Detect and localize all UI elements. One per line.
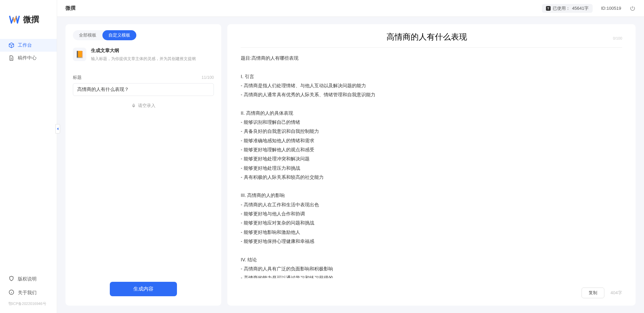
tab-all-templates[interactable]: 全部模板: [73, 30, 102, 40]
title-char-count: 11/100: [201, 75, 214, 80]
nav-label: 稿件中心: [18, 55, 37, 61]
sidebar-bottom: 版权说明 关于我们 鄂ICP备2022016946号: [0, 269, 57, 313]
copy-button[interactable]: 复制: [582, 288, 604, 298]
page-title: 微撰: [65, 5, 76, 11]
logo[interactable]: 微撰: [0, 0, 57, 36]
main: 微撰 T 已使用：45641字 ID:100519 全部模板 自定义模板 📙: [57, 0, 644, 313]
shield-icon: [8, 275, 14, 282]
nav-label: 工作台: [18, 42, 32, 48]
usage-badge[interactable]: T 已使用：45641字: [542, 4, 593, 13]
doc-icon: [8, 55, 14, 61]
template-icon: 📙: [73, 48, 86, 61]
chevron-left-icon: [56, 127, 59, 131]
output-title: 高情商的人有什么表现: [241, 32, 613, 42]
nav-item-drafts[interactable]: 稿件中心: [0, 52, 57, 64]
nav: 工作台 稿件中心: [0, 36, 57, 269]
word-count: 404字: [610, 290, 622, 296]
panel-left: 全部模板 自定义模板 📙 生成文章大纲 输入标题，为你提供文章主体的灵感，并为其…: [65, 24, 221, 306]
output-top-count: 0/100: [613, 36, 622, 40]
footer-label: 版权说明: [18, 276, 37, 282]
template-card: 📙 生成文章大纲 输入标题，为你提供文章主体的灵感，并为其创建推文提纲: [73, 46, 214, 68]
user-id: ID:100519: [601, 6, 621, 11]
panel-right: 高情商的人有什么表现 0/100 题目:高情商的人有哪些表现 I. 引言 - 高…: [227, 24, 636, 306]
footer-about[interactable]: 关于我们: [0, 286, 57, 300]
footer-label: 关于我们: [18, 290, 37, 296]
cube-icon: [8, 42, 14, 48]
topbar-right: T 已使用：45641字 ID:100519: [542, 4, 636, 13]
title-label: 标题: [73, 74, 82, 81]
text-icon: T: [546, 6, 551, 11]
generate-button[interactable]: 生成内容: [110, 282, 177, 296]
info-icon: [8, 289, 14, 296]
svg-rect-3: [133, 104, 134, 106]
icp-text: 鄂ICP备2022016946号: [0, 300, 57, 310]
topbar: 微撰 T 已使用：45641字 ID:100519: [57, 0, 644, 17]
voice-input[interactable]: 请空录入: [73, 103, 214, 109]
sidebar-collapse-handle[interactable]: [55, 124, 60, 134]
logo-icon: [8, 13, 20, 25]
content: 全部模板 自定义模板 📙 生成文章大纲 输入标题，为你提供文章主体的灵感，并为其…: [57, 17, 644, 313]
nav-item-workbench[interactable]: 工作台: [0, 39, 57, 52]
usage-label: 已使用：: [553, 5, 570, 11]
mic-icon: [131, 103, 136, 108]
output-header: 高情商的人有什么表现 0/100: [241, 32, 622, 48]
logo-text: 微撰: [23, 14, 39, 25]
footer-copyright[interactable]: 版权说明: [0, 272, 57, 286]
tabs: 全部模板 自定义模板: [73, 30, 136, 40]
usage-value: 45641字: [572, 5, 589, 11]
template-title: 生成文章大纲: [91, 48, 214, 54]
sidebar: 微撰 工作台 稿件中心 版权说明: [0, 0, 57, 313]
tab-custom-templates[interactable]: 自定义模板: [102, 30, 136, 40]
voice-label: 请空录入: [138, 103, 155, 109]
title-input[interactable]: [73, 83, 214, 96]
form-group-title: 标题 11/100: [73, 74, 214, 96]
output-body[interactable]: 题目:高情商的人有哪些表现 I. 引言 - 高情商是指人们处理情绪、与他人互动以…: [241, 54, 622, 278]
power-icon[interactable]: [630, 5, 636, 11]
template-desc: 输入标题，为你提供文章主体的灵感，并为其创建推文提纲: [91, 56, 214, 62]
output-footer: 复制 404字: [241, 283, 622, 298]
